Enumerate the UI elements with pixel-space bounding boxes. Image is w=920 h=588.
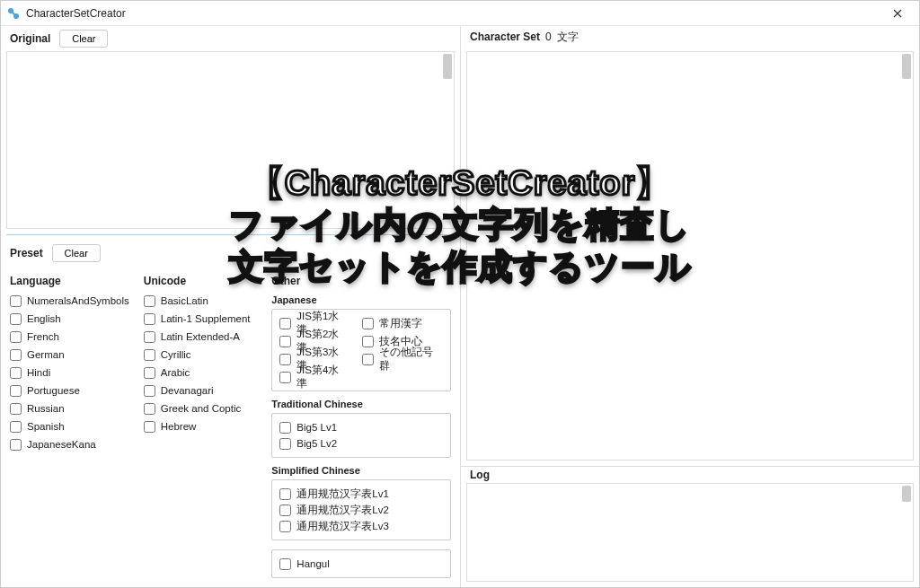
original-scrollbar[interactable] — [441, 52, 454, 228]
chk-joyokanji[interactable]: 常用漢字 — [362, 315, 443, 331]
chk-big5lv1[interactable]: Big5 Lv1 — [279, 419, 443, 435]
preset-clear-button[interactable]: Clear — [52, 244, 101, 262]
charset-scrollbar[interactable] — [900, 52, 913, 460]
log-textarea[interactable] — [466, 483, 914, 582]
app-title: CharacterSetCreator — [26, 7, 126, 20]
charset-label: Character Set — [470, 31, 540, 43]
preset-header: Preset Clear — [10, 241, 451, 266]
charset-count: 0 — [545, 31, 552, 43]
chk-big5lv2[interactable]: Big5 Lv2 — [279, 435, 443, 452]
chk-arabic[interactable]: Arabic — [144, 364, 258, 381]
chk-cyrillic[interactable]: Cyrillic — [144, 347, 258, 363]
chk-hangul[interactable]: Hangul — [279, 556, 443, 572]
chk-tongyong2[interactable]: 通用规范汉字表Lv2 — [279, 502, 443, 518]
language-header: Language — [10, 275, 129, 287]
charset-header: Character Set 0 文字 — [461, 26, 919, 51]
unicode-header: Unicode — [144, 275, 258, 287]
log-label: Log — [461, 466, 919, 483]
chk-english[interactable]: English — [10, 311, 129, 327]
chk-japanesekana[interactable]: JapaneseKana — [10, 436, 129, 452]
preset-columns: Language NumeralsAndSymbols English Fren… — [10, 271, 451, 578]
original-textarea[interactable] — [6, 51, 455, 229]
chk-french[interactable]: French — [10, 329, 129, 345]
original-header: Original Clear — [1, 26, 460, 51]
other-header: Other — [271, 275, 451, 287]
charset-unit: 文字 — [557, 30, 579, 45]
chk-german[interactable]: German — [10, 347, 129, 363]
divider — [6, 234, 455, 235]
chk-tongyong1[interactable]: 通用规范汉字表Lv1 — [279, 486, 443, 502]
hangul-group: Hangul — [271, 549, 451, 578]
trad-group: Big5 Lv1 Big5 Lv2 — [271, 413, 451, 458]
chk-jis4[interactable]: JIS第4水準 — [279, 369, 349, 385]
japanese-header: Japanese — [271, 294, 451, 305]
chk-hebrew[interactable]: Hebrew — [144, 418, 258, 434]
chk-latin1supplement[interactable]: Latin-1 Supplement — [144, 311, 258, 327]
chk-greekandcoptic[interactable]: Greek and Coptic — [144, 400, 258, 417]
simp-header: Simplified Chinese — [271, 465, 451, 476]
original-label: Original — [10, 32, 50, 45]
titlebar: CharacterSetCreator — [1, 1, 919, 26]
left-pane: Original Clear Preset Clear Language Num… — [1, 26, 461, 587]
chk-russian[interactable]: Russian — [10, 400, 129, 417]
app-window: CharacterSetCreator Original Clear Prese… — [0, 0, 920, 588]
other-column: Other Japanese JIS第1水準 JIS第2水準 JIS第3水準 J… — [271, 271, 451, 578]
trad-header: Traditional Chinese — [271, 399, 451, 409]
chk-devanagari[interactable]: Devanagari — [144, 382, 258, 399]
charset-textarea[interactable] — [466, 51, 914, 461]
app-icon — [6, 6, 21, 21]
log-scrollbar[interactable] — [900, 484, 913, 581]
unicode-column: Unicode BasicLatin Latin-1 Supplement La… — [144, 271, 258, 578]
chk-latinextendeda[interactable]: Latin Extended-A — [144, 329, 258, 345]
chk-basiclatin[interactable]: BasicLatin — [144, 293, 258, 309]
chk-tongyong3[interactable]: 通用规范汉字表Lv3 — [279, 518, 443, 534]
preset-label: Preset — [10, 247, 43, 259]
chk-othersymbols[interactable]: その他記号群 — [362, 351, 443, 367]
window-close-button[interactable] — [881, 1, 914, 25]
original-clear-button[interactable]: Clear — [59, 30, 108, 48]
japanese-group: JIS第1水準 JIS第2水準 JIS第3水準 JIS第4水準 常用漢字 技名中… — [271, 309, 451, 391]
chk-portuguese[interactable]: Portuguese — [10, 382, 129, 399]
close-icon — [893, 9, 902, 18]
preset-panel: Preset Clear Language NumeralsAndSymbols… — [1, 235, 460, 587]
language-column: Language NumeralsAndSymbols English Fren… — [10, 271, 129, 578]
content-split: Original Clear Preset Clear Language Num… — [1, 26, 919, 587]
chk-spanish[interactable]: Spanish — [10, 418, 129, 434]
chk-numeralsandsymbols[interactable]: NumeralsAndSymbols — [10, 293, 129, 309]
chk-hindi[interactable]: Hindi — [10, 364, 129, 381]
simp-group: 通用规范汉字表Lv1 通用规范汉字表Lv2 通用规范汉字表Lv3 — [271, 479, 451, 540]
right-pane: Character Set 0 文字 Log — [461, 26, 919, 587]
